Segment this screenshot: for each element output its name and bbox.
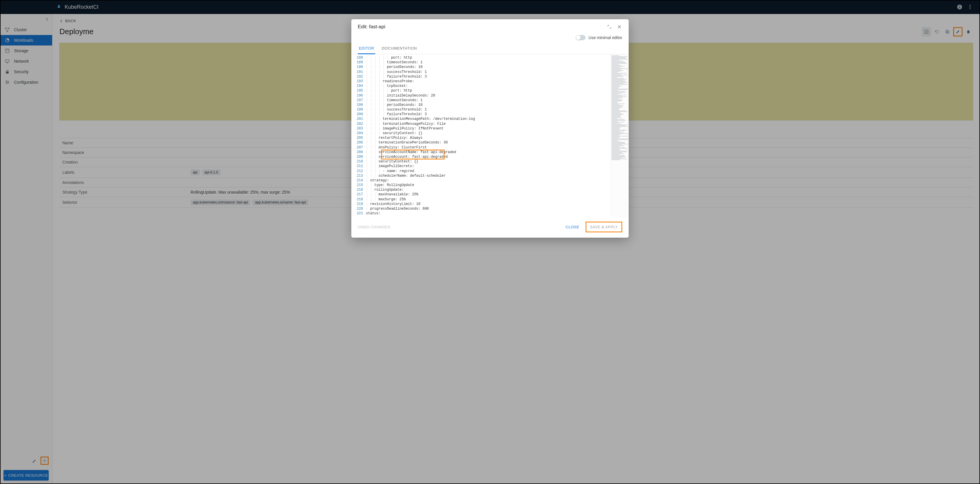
code-line: 216│ │ rollingUpdate: [355,187,611,192]
code-line: 221status: [355,211,611,216]
code-line: 194│ │ │ │ │ tcpSocket: [355,84,611,88]
code-line: 199│ │ │ │ │ successThreshold: 1 [355,107,611,112]
minimal-editor-toggle[interactable] [576,35,585,40]
code-line: 188│ │ │ │ │ │ port: http [355,55,611,60]
modal-overlay: Edit: fast-api Use minimal editor EDITOR… [0,0,980,484]
code-line: 207│ │ │ dnsPolicy: ClusterFirst [355,145,611,150]
code-line: 219│ revisionHistoryLimit: 10 [355,202,611,206]
close-button[interactable]: CLOSE [563,222,582,232]
fullscreen-icon[interactable] [606,24,612,30]
save-apply-button[interactable]: SAVE & APPLY [587,222,621,232]
toggle-label: Use minimal editor [589,35,622,40]
edit-modal: Edit: fast-api Use minimal editor EDITOR… [352,19,628,238]
code-line: 197│ │ │ │ │ timeoutSeconds: 1 [355,98,611,103]
code-line: 210│ │ │ securityContext: {} [355,159,611,164]
code-line: 195│ │ │ │ │ │ port: http [355,88,611,93]
minimap[interactable] [611,54,628,217]
code-line: 202│ │ │ │ terminationMessagePolicy: Fil… [355,121,611,126]
code-line: 190│ │ │ │ │ periodSeconds: 10 [355,65,611,69]
code-line: 192│ │ │ │ │ failureThreshold: 3 [355,74,611,79]
code-line: 193│ │ │ │ readinessProbe: [355,79,611,84]
code-line: 198│ │ │ │ │ periodSeconds: 10 [355,103,611,107]
code-line: 214│ strategy: [355,178,611,183]
modal-title: Edit: fast-api [358,24,385,30]
code-line: 212│ │ │ │ - name: regcred [355,169,611,174]
tab-documentation[interactable]: DOCUMENTATION [380,44,418,54]
close-icon[interactable] [616,24,622,30]
code-editor[interactable]: 188│ │ │ │ │ │ port: http189│ │ │ │ │ ti… [355,54,611,217]
code-line: 205│ │ │ restartPolicy: Always [355,136,611,140]
code-line: 204│ │ │ │ securityContext: {} [355,131,611,136]
code-line: 200│ │ │ │ │ failureThreshold: 3 [355,112,611,117]
tab-editor[interactable]: EDITOR [358,44,375,54]
code-line: 189│ │ │ │ │ timeoutSeconds: 1 [355,60,611,65]
code-line: 220│ progressDeadlineSeconds: 600 [355,206,611,211]
code-line: 201│ │ │ │ terminationMessagePath: /dev/… [355,117,611,121]
code-line: 203│ │ │ │ imagePullPolicy: IfNotPresent [355,126,611,131]
code-line: 209│ │ │ serviceAccount: fast-api-degrad… [355,155,611,159]
code-line: 215│ │ type: RollingUpdate [355,183,611,187]
code-line: 211│ │ │ imagePullSecrets: [355,164,611,169]
code-line: 217│ │ │ maxUnavailable: 25% [355,192,611,197]
code-line: 213│ │ │ schedulerName: default-schedule… [355,174,611,178]
code-line: 206│ │ │ terminationGracePeriodSeconds: … [355,140,611,145]
code-line: 196│ │ │ │ │ initialDelaySeconds: 20 [355,93,611,98]
code-line: 218│ │ │ maxSurge: 25% [355,197,611,202]
undo-changes[interactable]: UNDO CHANGES [358,225,390,229]
code-line: 191│ │ │ │ │ successThreshold: 1 [355,70,611,74]
code-line: 208│ │ │ serviceAccountName: fast-api-de… [355,150,611,155]
